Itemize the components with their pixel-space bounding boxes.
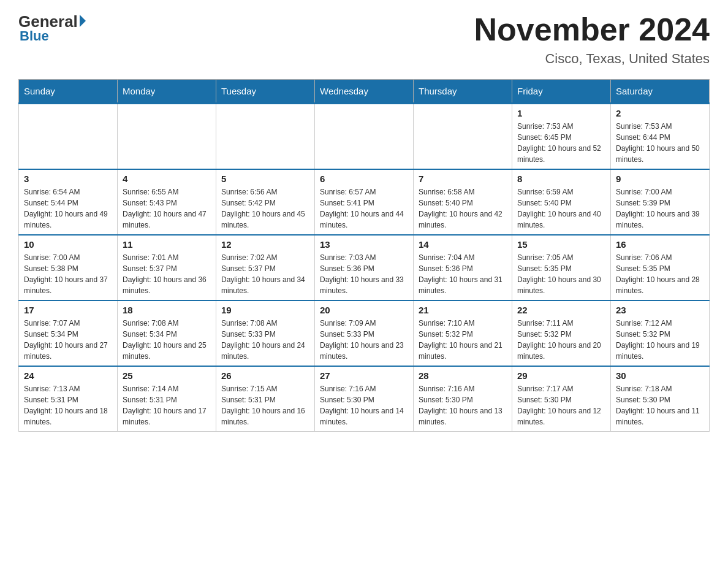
calendar-cell: 16Sunrise: 7:06 AM Sunset: 5:35 PM Dayli…	[611, 235, 710, 301]
calendar-title-area: November 2024 Cisco, Texas, United State…	[474, 12, 710, 67]
calendar-week-row: 17Sunrise: 7:07 AM Sunset: 5:34 PM Dayli…	[19, 301, 710, 366]
calendar-cell: 12Sunrise: 7:02 AM Sunset: 5:37 PM Dayli…	[216, 235, 315, 301]
day-number: 2	[616, 108, 704, 118]
day-sun-info: Sunrise: 7:53 AM Sunset: 6:45 PM Dayligh…	[517, 121, 605, 165]
calendar-cell	[315, 104, 414, 170]
day-number: 6	[320, 174, 408, 184]
calendar-cell: 6Sunrise: 6:57 AM Sunset: 5:41 PM Daylig…	[315, 169, 414, 235]
day-sun-info: Sunrise: 7:00 AM Sunset: 5:38 PM Dayligh…	[24, 252, 112, 296]
calendar-week-row: 3Sunrise: 6:54 AM Sunset: 5:44 PM Daylig…	[19, 169, 710, 235]
day-header-thursday: Thursday	[414, 80, 512, 104]
day-number: 19	[221, 305, 309, 315]
day-sun-info: Sunrise: 7:14 AM Sunset: 5:31 PM Dayligh…	[123, 383, 211, 427]
day-sun-info: Sunrise: 7:53 AM Sunset: 6:44 PM Dayligh…	[616, 121, 704, 165]
calendar-cell: 24Sunrise: 7:13 AM Sunset: 5:31 PM Dayli…	[19, 366, 118, 432]
day-number: 14	[419, 239, 507, 250]
logo-blue-label: Blue	[18, 28, 49, 44]
day-header-wednesday: Wednesday	[315, 80, 414, 104]
day-number: 29	[517, 370, 605, 381]
day-number: 23	[616, 305, 704, 315]
calendar-cell	[414, 104, 512, 170]
calendar-cell: 9Sunrise: 7:00 AM Sunset: 5:39 PM Daylig…	[611, 169, 710, 235]
day-number: 16	[616, 239, 704, 250]
day-number: 18	[123, 305, 211, 315]
day-sun-info: Sunrise: 7:16 AM Sunset: 5:30 PM Dayligh…	[320, 383, 408, 427]
day-number: 10	[24, 239, 112, 250]
day-sun-info: Sunrise: 7:13 AM Sunset: 5:31 PM Dayligh…	[24, 383, 112, 427]
day-sun-info: Sunrise: 7:08 AM Sunset: 5:34 PM Dayligh…	[123, 318, 211, 362]
calendar-cell: 27Sunrise: 7:16 AM Sunset: 5:30 PM Dayli…	[315, 366, 414, 432]
logo: General Blue	[18, 12, 86, 44]
day-sun-info: Sunrise: 6:55 AM Sunset: 5:43 PM Dayligh…	[123, 186, 211, 231]
month-year-title: November 2024	[474, 12, 710, 47]
day-sun-info: Sunrise: 7:09 AM Sunset: 5:33 PM Dayligh…	[320, 318, 408, 362]
day-number: 7	[419, 174, 507, 184]
day-sun-info: Sunrise: 7:12 AM Sunset: 5:32 PM Dayligh…	[616, 318, 704, 362]
calendar-cell: 23Sunrise: 7:12 AM Sunset: 5:32 PM Dayli…	[611, 301, 710, 366]
day-number: 4	[123, 174, 211, 184]
day-sun-info: Sunrise: 7:07 AM Sunset: 5:34 PM Dayligh…	[24, 318, 112, 362]
calendar-cell	[118, 104, 216, 170]
day-number: 12	[221, 239, 309, 250]
page-header: General Blue November 2024 Cisco, Texas,…	[18, 12, 710, 67]
calendar-cell: 11Sunrise: 7:01 AM Sunset: 5:37 PM Dayli…	[118, 235, 216, 301]
day-sun-info: Sunrise: 6:54 AM Sunset: 5:44 PM Dayligh…	[24, 186, 112, 231]
day-number: 9	[616, 174, 704, 184]
calendar-cell: 10Sunrise: 7:00 AM Sunset: 5:38 PM Dayli…	[19, 235, 118, 301]
location-subtitle: Cisco, Texas, United States	[474, 51, 710, 67]
calendar-week-row: 10Sunrise: 7:00 AM Sunset: 5:38 PM Dayli…	[19, 235, 710, 301]
day-sun-info: Sunrise: 7:01 AM Sunset: 5:37 PM Dayligh…	[123, 252, 211, 296]
day-number: 1	[517, 108, 605, 118]
calendar-cell: 1Sunrise: 7:53 AM Sunset: 6:45 PM Daylig…	[512, 104, 611, 170]
calendar-week-row: 24Sunrise: 7:13 AM Sunset: 5:31 PM Dayli…	[19, 366, 710, 432]
day-number: 22	[517, 305, 605, 315]
day-sun-info: Sunrise: 7:04 AM Sunset: 5:36 PM Dayligh…	[419, 252, 507, 296]
calendar-cell: 26Sunrise: 7:15 AM Sunset: 5:31 PM Dayli…	[216, 366, 315, 432]
calendar-cell: 14Sunrise: 7:04 AM Sunset: 5:36 PM Dayli…	[414, 235, 512, 301]
calendar-cell: 5Sunrise: 6:56 AM Sunset: 5:42 PM Daylig…	[216, 169, 315, 235]
day-sun-info: Sunrise: 7:02 AM Sunset: 5:37 PM Dayligh…	[221, 252, 309, 296]
calendar-week-row: 1Sunrise: 7:53 AM Sunset: 6:45 PM Daylig…	[19, 104, 710, 170]
calendar-cell: 21Sunrise: 7:10 AM Sunset: 5:32 PM Dayli…	[414, 301, 512, 366]
day-number: 27	[320, 370, 408, 381]
day-number: 24	[24, 370, 112, 381]
day-number: 28	[419, 370, 507, 381]
day-number: 25	[123, 370, 211, 381]
calendar-cell: 25Sunrise: 7:14 AM Sunset: 5:31 PM Dayli…	[118, 366, 216, 432]
day-sun-info: Sunrise: 6:56 AM Sunset: 5:42 PM Dayligh…	[221, 186, 309, 231]
day-sun-info: Sunrise: 7:15 AM Sunset: 5:31 PM Dayligh…	[221, 383, 309, 427]
day-sun-info: Sunrise: 6:59 AM Sunset: 5:40 PM Dayligh…	[517, 186, 605, 231]
calendar-header-row: SundayMondayTuesdayWednesdayThursdayFrid…	[19, 80, 710, 104]
calendar-cell: 19Sunrise: 7:08 AM Sunset: 5:33 PM Dayli…	[216, 301, 315, 366]
day-sun-info: Sunrise: 6:57 AM Sunset: 5:41 PM Dayligh…	[320, 186, 408, 231]
calendar-cell: 28Sunrise: 7:16 AM Sunset: 5:30 PM Dayli…	[414, 366, 512, 432]
calendar-cell: 18Sunrise: 7:08 AM Sunset: 5:34 PM Dayli…	[118, 301, 216, 366]
day-sun-info: Sunrise: 7:08 AM Sunset: 5:33 PM Dayligh…	[221, 318, 309, 362]
day-number: 11	[123, 239, 211, 250]
day-header-saturday: Saturday	[611, 80, 710, 104]
day-number: 3	[24, 174, 112, 184]
day-sun-info: Sunrise: 7:17 AM Sunset: 5:30 PM Dayligh…	[517, 383, 605, 427]
day-sun-info: Sunrise: 7:10 AM Sunset: 5:32 PM Dayligh…	[419, 318, 507, 362]
day-number: 15	[517, 239, 605, 250]
day-sun-info: Sunrise: 7:06 AM Sunset: 5:35 PM Dayligh…	[616, 252, 704, 296]
calendar-cell: 15Sunrise: 7:05 AM Sunset: 5:35 PM Dayli…	[512, 235, 611, 301]
day-sun-info: Sunrise: 6:58 AM Sunset: 5:40 PM Dayligh…	[419, 186, 507, 231]
day-sun-info: Sunrise: 7:03 AM Sunset: 5:36 PM Dayligh…	[320, 252, 408, 296]
calendar-cell	[19, 104, 118, 170]
day-number: 13	[320, 239, 408, 250]
calendar-cell: 8Sunrise: 6:59 AM Sunset: 5:40 PM Daylig…	[512, 169, 611, 235]
day-sun-info: Sunrise: 7:00 AM Sunset: 5:39 PM Dayligh…	[616, 186, 704, 231]
day-header-tuesday: Tuesday	[216, 80, 315, 104]
day-header-sunday: Sunday	[19, 80, 118, 104]
day-number: 20	[320, 305, 408, 315]
day-sun-info: Sunrise: 7:18 AM Sunset: 5:30 PM Dayligh…	[616, 383, 704, 427]
calendar-cell: 30Sunrise: 7:18 AM Sunset: 5:30 PM Dayli…	[611, 366, 710, 432]
day-header-monday: Monday	[118, 80, 216, 104]
logo-arrow-icon	[80, 15, 86, 27]
calendar-cell: 2Sunrise: 7:53 AM Sunset: 6:44 PM Daylig…	[611, 104, 710, 170]
day-sun-info: Sunrise: 7:16 AM Sunset: 5:30 PM Dayligh…	[419, 383, 507, 427]
calendar-table: SundayMondayTuesdayWednesdayThursdayFrid…	[18, 79, 710, 432]
day-sun-info: Sunrise: 7:11 AM Sunset: 5:32 PM Dayligh…	[517, 318, 605, 362]
calendar-cell: 13Sunrise: 7:03 AM Sunset: 5:36 PM Dayli…	[315, 235, 414, 301]
